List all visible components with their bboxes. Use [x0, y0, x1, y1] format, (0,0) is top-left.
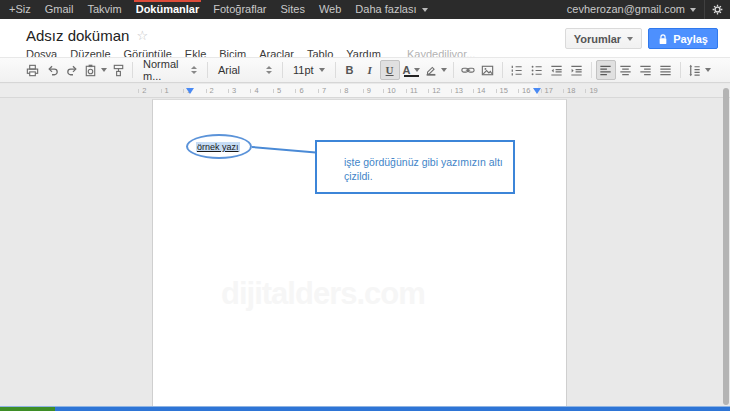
insert-image-button[interactable]: [478, 60, 498, 80]
bold-label: B: [346, 64, 354, 76]
toolbar-separator: [680, 62, 681, 78]
ruler-number: 15: [491, 84, 513, 98]
underline-label: U: [386, 64, 394, 76]
chevron-down-icon: [319, 68, 325, 72]
topbar-item-gmail[interactable]: Gmail: [38, 0, 81, 19]
align-right-icon: [638, 63, 653, 78]
topbar-right: cevherozan@gmail.com: [559, 0, 730, 19]
annotation-ellipse: [186, 134, 252, 159]
chevron-down-icon: [690, 8, 696, 12]
gear-icon: [711, 3, 724, 16]
document-page[interactable]: örnek yazı işte gördüğünüz gibi yazımızı…: [152, 99, 567, 411]
redo-button[interactable]: [62, 60, 82, 80]
paint-format-button[interactable]: [108, 60, 128, 80]
insert-link-button[interactable]: [458, 60, 478, 80]
print-icon: [25, 63, 40, 78]
print-button[interactable]: [22, 60, 42, 80]
topbar-item-more[interactable]: Daha fazlası: [348, 0, 434, 19]
formatting-toolbar: Normal m... Arial 11pt B I U A: [0, 57, 730, 83]
ruler-number: 6: [288, 84, 310, 98]
web-clipboard-button[interactable]: [82, 60, 108, 80]
share-button-label: Paylaş: [673, 33, 708, 45]
toolbar-separator: [335, 62, 336, 78]
account-email: cevherozan@gmail.com: [567, 0, 685, 19]
chevron-down-icon: [705, 68, 711, 72]
ruler-number: 12: [423, 84, 445, 98]
italic-label: I: [367, 64, 371, 76]
toolbar-separator: [282, 62, 283, 78]
bottom-progress-bar[interactable]: [0, 406, 730, 411]
document-title[interactable]: Adsız doküman: [26, 27, 129, 44]
bullet-list-button[interactable]: [527, 60, 547, 80]
ruler-number: 1: [153, 84, 175, 98]
progress-bar-played-segment: [0, 407, 55, 411]
vertical-scrollbar[interactable]: [723, 88, 729, 405]
doc-title-row: Adsız doküman ☆: [26, 27, 148, 44]
ruler-number: 13: [446, 84, 468, 98]
undo-icon: [45, 63, 60, 78]
undo-button[interactable]: [42, 60, 62, 80]
align-left-icon: [598, 63, 613, 78]
ruler-number: 18: [558, 84, 580, 98]
chevron-down-icon: [414, 68, 420, 72]
numbered-list-button[interactable]: [507, 60, 527, 80]
share-button[interactable]: Paylaş: [648, 28, 718, 49]
toolbar-separator: [591, 62, 592, 78]
topbar-item-dokumanlar-label: Dokümanlar: [136, 3, 200, 15]
decrease-indent-button[interactable]: [547, 60, 567, 80]
align-justify-icon: [658, 63, 673, 78]
progress-bar-remaining-segment: [55, 407, 730, 411]
bold-button[interactable]: B: [340, 60, 360, 80]
account-menu[interactable]: cevherozan@gmail.com: [559, 0, 704, 19]
indent-icon: [569, 63, 584, 78]
ruler-number: 9: [356, 84, 378, 98]
align-left-button[interactable]: [596, 60, 616, 80]
redo-icon: [65, 63, 80, 78]
left-margin-marker[interactable]: [186, 88, 194, 94]
updown-icon: [266, 66, 272, 74]
chevron-down-icon: [101, 68, 107, 72]
ruler[interactable]: 2 1 1 2 3 4 5 6 7 8 9 10 11 12 13 14 15 …: [0, 84, 730, 98]
align-center-button[interactable]: [616, 60, 636, 80]
paragraph-style-dropdown[interactable]: Normal m...: [137, 60, 203, 80]
italic-button[interactable]: I: [360, 60, 380, 80]
chevron-down-icon: [422, 8, 428, 12]
star-icon[interactable]: ☆: [136, 29, 148, 42]
link-icon: [460, 63, 476, 77]
topbar-item-fotograflar[interactable]: Fotoğraflar: [206, 0, 273, 19]
header-buttons: Yorumlar Paylaş: [565, 28, 718, 49]
topbar-item-sites[interactable]: Sites: [273, 0, 311, 19]
ruler-number: 4: [243, 84, 265, 98]
topbar-item-web[interactable]: Web: [312, 0, 348, 19]
align-justify-button[interactable]: [656, 60, 676, 80]
lock-icon: [658, 33, 668, 45]
chevron-down-icon: [441, 68, 447, 72]
increase-indent-button[interactable]: [567, 60, 587, 80]
ruler-number: 7: [311, 84, 333, 98]
underline-button[interactable]: U: [380, 60, 400, 80]
font-size-value: 11pt: [293, 64, 314, 76]
ruler-number: 5: [266, 84, 288, 98]
font-size-dropdown[interactable]: 11pt: [287, 60, 331, 80]
topbar-item-dokumanlar[interactable]: Dokümanlar: [129, 0, 207, 19]
line-spacing-button[interactable]: [685, 60, 713, 80]
comments-button[interactable]: Yorumlar: [565, 28, 642, 49]
right-margin-marker[interactable]: [533, 88, 541, 94]
text-color-button[interactable]: A: [400, 60, 423, 80]
ruler-number: 3: [221, 84, 243, 98]
highlight-color-button[interactable]: [423, 60, 449, 80]
updown-icon: [191, 66, 197, 74]
font-family-dropdown[interactable]: Arial: [212, 60, 278, 80]
comments-button-label: Yorumlar: [574, 33, 621, 45]
ruler-number: 14: [468, 84, 490, 98]
outdent-icon: [549, 63, 564, 78]
align-right-button[interactable]: [636, 60, 656, 80]
settings-gear-button[interactable]: [704, 0, 730, 19]
line-spacing-icon: [687, 63, 702, 78]
topbar-item-plus-siz[interactable]: +Siz: [0, 0, 38, 19]
ruler-number: 8: [333, 84, 355, 98]
align-center-icon: [618, 63, 633, 78]
topbar-item-takvim[interactable]: Takvim: [80, 0, 128, 19]
image-icon: [480, 63, 495, 78]
paragraph-style-value: Normal m...: [143, 58, 186, 82]
